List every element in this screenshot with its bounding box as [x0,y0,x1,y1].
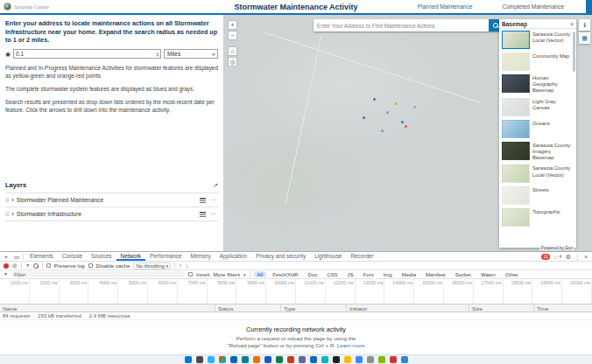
devtools-tab[interactable]: Performance [145,252,187,261]
zoom-out-button[interactable]: − [228,31,237,40]
filter-input[interactable] [11,271,185,277]
taskbar-app-icon[interactable] [401,356,408,363]
column-header-time[interactable]: Time [534,304,592,312]
error-count-badge[interactable]: 11 [541,254,550,260]
devtools-tab[interactable]: Recorder [346,252,377,261]
kebab-menu-icon[interactable]: ⋮ [574,254,581,260]
taskbar-app-icon[interactable] [242,356,249,363]
preserve-log-checkbox[interactable] [46,263,51,268]
warning-count-badge[interactable]: ⚠ 4 [553,254,561,260]
drag-handle-icon[interactable]: ⠿ [5,211,9,217]
layer-row[interactable]: ⠿ › Stormwater Planned Maintenance ⋯ [5,192,218,206]
filter-chip[interactable]: JS [344,271,357,277]
column-header-name[interactable]: Name [0,304,215,312]
disable-cache-checkbox[interactable] [88,263,93,268]
radius-input[interactable] [16,51,157,57]
basemap-item[interactable]: Oceans [499,118,576,140]
more-options-icon[interactable]: ⋯ [210,211,216,218]
taskbar-app-icon[interactable] [356,356,363,363]
taskbar-app-icon[interactable] [208,356,215,363]
clear-icon[interactable]: ⊘ [12,262,18,269]
basemap-scrollbar[interactable] [573,32,575,72]
expand-layers-icon[interactable]: ↗ [213,182,218,189]
filter-chip[interactable]: Fetch/XHR [269,271,301,277]
close-icon[interactable]: × [570,21,574,27]
taskbar-app-icon[interactable] [196,356,203,363]
stepper-down-icon[interactable]: ▾ [157,54,159,57]
invert-checkbox[interactable] [188,272,193,276]
settings-gear-icon[interactable]: ⚙ [566,254,571,260]
export-har-icon[interactable]: ↓ [186,262,189,269]
layer-legend-icon[interactable] [200,198,206,203]
filter-chip[interactable]: Doc [305,271,321,277]
taskbar-app-icon[interactable] [253,356,260,363]
home-button[interactable]: ⌂ [228,46,237,56]
taskbar-app-icon[interactable] [230,356,237,363]
taskbar-app-icon[interactable] [219,356,226,363]
record-button[interactable] [4,263,9,269]
devtools-tab[interactable]: Console [58,252,87,261]
taskbar-app-icon[interactable] [390,356,397,363]
radius-stepper[interactable]: ▴ ▾ [157,52,159,57]
address-search-input[interactable] [314,19,489,32]
unit-select[interactable]: Miles ▾ [164,49,218,59]
import-har-icon[interactable]: ↑ [179,262,182,269]
layer-legend-icon[interactable] [200,212,206,217]
layer-row[interactable]: ⠿ › Stormwater Infrastructure ⋯ [5,206,218,220]
filter-chip[interactable]: Socket [452,271,475,277]
basemap-widget-button[interactable]: ▦ [579,32,590,44]
filter-chip[interactable]: Media [398,271,419,277]
zoom-in-button[interactable]: + [228,20,237,30]
devtools-tab[interactable]: Lighthouse [310,252,346,261]
devtools-tab[interactable]: Network [116,252,145,261]
inspect-element-icon[interactable]: ⌖ [2,254,11,260]
network-overview-timeline[interactable]: 1000 ms 2000 ms 3000 ms 4000 ms 5000 ms [0,279,592,304]
filter-chip[interactable]: CSS [323,271,341,277]
filter-toggle-icon[interactable]: ▼ [25,263,30,268]
devtools-tab[interactable]: Application [215,252,251,261]
filter-chip[interactable]: Img [380,271,396,277]
basemap-item[interactable]: Sarasota County Local (Vector) [499,163,576,185]
filter-chip[interactable]: Font [360,271,377,277]
search-icon[interactable] [33,263,39,269]
more-filters-button[interactable]: More filters [213,271,240,277]
devtools-tab[interactable]: Sources [87,252,116,261]
chevron-right-icon[interactable]: › [11,211,13,217]
taskbar-app-icon[interactable] [310,356,317,363]
basemap-item[interactable]: Light Gray Canvas [499,96,576,118]
taskbar-app-icon[interactable] [264,356,271,363]
map-canvas[interactable]: + − ⌂ ◎ Basemap × [224,15,592,251]
column-header-size[interactable]: Size [469,304,534,312]
taskbar-app-icon[interactable] [185,356,192,363]
more-options-icon[interactable]: ⋯ [210,197,216,204]
column-header-type[interactable]: Type [281,304,347,312]
taskbar-app-icon[interactable] [276,356,283,363]
filter-chip[interactable]: Wasm [477,271,499,277]
basemap-item[interactable]: Streets [499,185,576,206]
basemap-item[interactable]: Community Map [499,51,576,73]
basemap-item[interactable]: Topographic [499,206,576,228]
devtools-tab[interactable]: Memory [187,252,215,261]
basemap-item[interactable]: Sarasota County Local (Vector) [499,29,576,51]
drag-handle-icon[interactable]: ⠿ [5,197,9,203]
filter-chip[interactable]: All [254,271,267,277]
device-toolbar-icon[interactable]: ▭ [12,254,21,260]
taskbar-app-icon[interactable] [367,356,374,363]
basemap-item[interactable]: Human Geography Basemap [499,73,576,96]
taskbar-app-icon[interactable] [321,356,328,363]
close-devtools-icon[interactable]: × [584,254,588,260]
taskbar-app-icon[interactable] [287,356,294,363]
taskbar-app-icon[interactable] [299,356,306,363]
taskbar-app-icon[interactable] [378,356,385,363]
chevron-right-icon[interactable]: › [11,197,13,203]
filter-chip[interactable]: Manifest [422,271,449,277]
info-widget-button[interactable]: ℹ [579,19,590,31]
throttling-select[interactable]: No throttling ▾ [133,262,171,270]
nav-completed-maintenance[interactable]: Completed Maintenance [503,4,564,10]
basemap-item[interactable]: Sarasota County Imagery Basemap [499,140,576,164]
devtools-tab[interactable]: Privacy and security [251,252,310,261]
taskbar-app-icon[interactable] [344,356,351,363]
nav-planned-maintenance[interactable]: Planned Maintenance [418,4,473,10]
devtools-tab[interactable]: Elements [25,252,58,261]
taskbar-app-icon[interactable] [333,356,340,363]
